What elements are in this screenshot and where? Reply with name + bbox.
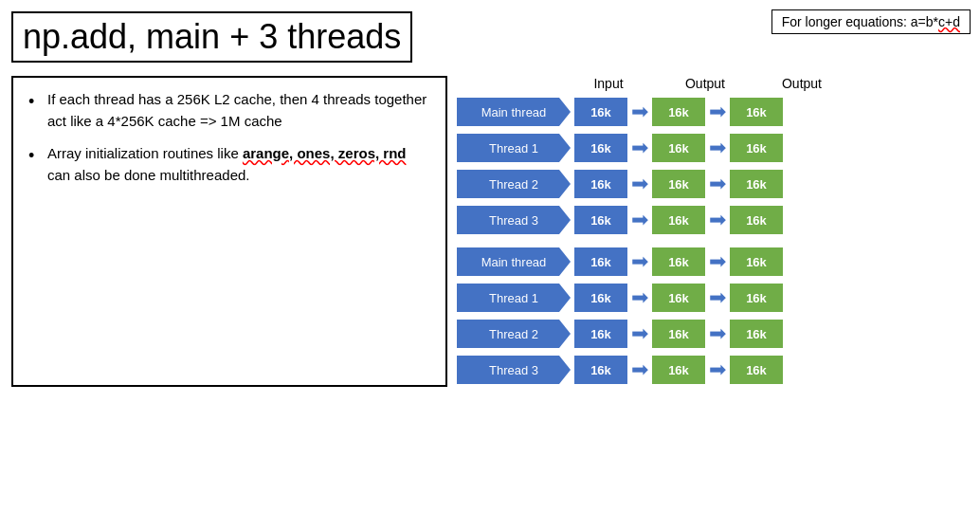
bullet-2: Array initialization routines like arang…	[28, 143, 430, 186]
title-box: np.add, main + 3 threads	[11, 11, 412, 63]
left-panel: If each thread has a 256K L2 cache, then…	[11, 76, 447, 387]
output-cell-1: 16k	[652, 98, 705, 126]
arrow-icon: ➡	[631, 174, 648, 194]
output-cell-1: 16k	[652, 170, 705, 198]
thread-label: Thread 2	[457, 170, 571, 198]
thread-group-2: Main thread 16k ➡ 16k ➡ 16k Thread 1 16k…	[457, 245, 969, 387]
arrow-icon-2: ➡	[709, 101, 726, 122]
slide: For longer equations: a=b*c+d np.add, ma…	[0, 0, 980, 531]
arrow-icon: ➡	[631, 137, 648, 158]
output-cell-2: 16k	[730, 284, 783, 312]
output-cell-1: 16k	[652, 206, 705, 234]
thread-label: Main thread	[457, 98, 571, 126]
right-diagram: Input Output Output Main thread 16k ➡ 16…	[457, 76, 969, 387]
page-title: np.add, main + 3 threads	[23, 17, 401, 56]
arrow-icon-2: ➡	[709, 359, 726, 380]
arrow-icon-2: ➡	[709, 210, 726, 230]
thread-label: Thread 3	[457, 206, 571, 234]
arrow-icon: ➡	[631, 323, 648, 344]
col-header-input: Input	[580, 76, 637, 91]
arrow-icon: ➡	[631, 287, 648, 308]
thread-label: Thread 2	[457, 320, 571, 348]
arrow-icon-2: ➡	[709, 323, 726, 344]
thread-row: Thread 3 16k ➡ 16k ➡ 16k	[457, 203, 969, 237]
arrow-icon-2: ➡	[709, 287, 726, 308]
thread-row: Thread 2 16k ➡ 16k ➡ 16k	[457, 167, 969, 201]
arrow-icon: ➡	[631, 210, 648, 230]
input-cell: 16k	[574, 247, 627, 276]
input-cell: 16k	[574, 134, 627, 162]
bullet-1: If each thread has a 256K L2 cache, then…	[28, 89, 430, 132]
input-cell: 16k	[574, 356, 627, 384]
thread-label: Thread 3	[457, 356, 571, 384]
thread-row: Thread 1 16k ➡ 16k ➡ 16k	[457, 281, 969, 315]
keywords: arange, ones, zeros, rnd	[243, 145, 407, 161]
output-cell-1: 16k	[652, 284, 705, 312]
col-header-output2: Output	[773, 76, 830, 91]
input-cell: 16k	[574, 170, 627, 198]
note-box: For longer equations: a=b*c+d	[771, 9, 971, 34]
thread-row: Main thread 16k ➡ 16k ➡ 16k	[457, 95, 969, 129]
output-cell-1: 16k	[652, 134, 705, 162]
output-cell-2: 16k	[730, 356, 783, 384]
input-cell: 16k	[574, 206, 627, 234]
col-header-output1: Output	[677, 76, 734, 91]
arrow-icon: ➡	[631, 359, 648, 380]
arrow-icon-2: ➡	[709, 251, 726, 272]
input-cell: 16k	[574, 320, 627, 348]
thread-label: Thread 1	[457, 284, 571, 312]
output-cell-2: 16k	[730, 206, 783, 234]
thread-row: Thread 2 16k ➡ 16k ➡ 16k	[457, 317, 969, 351]
output-cell-2: 16k	[730, 170, 783, 198]
thread-group-1: Main thread 16k ➡ 16k ➡ 16k Thread 1 16k…	[457, 95, 969, 237]
thread-label: Thread 1	[457, 134, 571, 162]
note-text: For longer equations: a=b*c+d	[782, 14, 960, 29]
output-cell-2: 16k	[730, 320, 783, 348]
output-cell-2: 16k	[730, 98, 783, 126]
group-gap	[457, 237, 969, 245]
output-cell-1: 16k	[652, 247, 705, 276]
arrow-icon-2: ➡	[709, 174, 726, 194]
thread-row: Thread 3 16k ➡ 16k ➡ 16k	[457, 353, 969, 387]
output-cell-1: 16k	[652, 356, 705, 384]
thread-label: Main thread	[457, 247, 571, 276]
input-cell: 16k	[574, 98, 627, 126]
thread-row: Main thread 16k ➡ 16k ➡ 16k	[457, 245, 969, 279]
thread-row: Thread 1 16k ➡ 16k ➡ 16k	[457, 131, 969, 165]
input-cell: 16k	[574, 284, 627, 312]
output-cell-1: 16k	[652, 320, 705, 348]
main-layout: If each thread has a 256K L2 cache, then…	[11, 76, 969, 387]
col-headers: Input Output Output	[457, 76, 969, 91]
arrow-icon: ➡	[631, 101, 648, 122]
arrow-icon-2: ➡	[709, 137, 726, 158]
output-cell-2: 16k	[730, 247, 783, 276]
arrow-icon: ➡	[631, 251, 648, 272]
output-cell-2: 16k	[730, 134, 783, 162]
